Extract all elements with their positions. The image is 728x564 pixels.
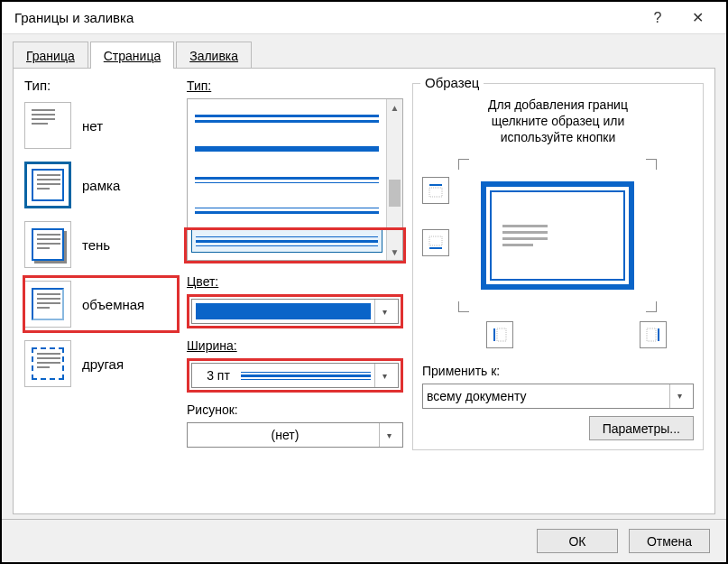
svg-rect-2	[429, 247, 442, 249]
edge-top-button[interactable]	[422, 177, 449, 204]
type-none-icon	[24, 102, 71, 149]
border-left-icon	[492, 327, 508, 343]
tab-strip: Граница Страница Заливка	[2, 34, 726, 69]
type-custom-label: другая	[82, 356, 124, 372]
page-preview-box	[481, 181, 634, 290]
apply-to-value: всему документу	[427, 389, 527, 403]
scroll-down-icon[interactable]: ▼	[387, 244, 402, 260]
preview-hint: Для добавления границ щелкните образец и…	[422, 97, 694, 146]
border-bottom-icon	[428, 235, 444, 251]
line-style-list[interactable]: ▲ ▼	[187, 98, 403, 261]
chevron-down-icon: ▾	[379, 423, 399, 447]
type-custom-icon	[24, 340, 71, 387]
tab-border[interactable]: Граница	[13, 42, 88, 69]
type-box-icon	[24, 162, 71, 208]
type-option-none[interactable]: нет	[24, 98, 178, 153]
type-shadow-label: тень	[82, 237, 110, 253]
type-option-box[interactable]: рамка	[24, 158, 178, 212]
preview-group: Образец Для добавления границ щелкните о…	[412, 83, 704, 450]
border-right-icon	[645, 327, 661, 343]
line-style-item-selected[interactable]	[191, 229, 382, 253]
preview-legend: Образец	[420, 75, 484, 90]
type-option-shadow[interactable]: тень	[24, 217, 178, 272]
chevron-down-icon: ▾	[669, 384, 689, 408]
color-dropdown[interactable]: ▾	[191, 299, 399, 324]
style-label: Тип:	[187, 78, 403, 93]
type-box-label: рамка	[82, 178, 120, 193]
tab-page[interactable]: Страница	[90, 42, 174, 69]
svg-rect-6	[658, 328, 659, 341]
preview-column: Образец Для добавления границ щелкните о…	[412, 78, 704, 504]
type-option-3d[interactable]: объемная	[24, 277, 178, 331]
dialog-body: Тип: нет рамка тень	[13, 68, 715, 514]
line-style-item[interactable]	[191, 106, 382, 130]
art-value: (нет)	[191, 428, 379, 442]
scroll-up-icon[interactable]: ▲	[387, 99, 402, 116]
line-style-item[interactable]	[191, 137, 382, 161]
borders-shading-dialog: Границы и заливка ? ✕ Граница Страница З…	[0, 0, 728, 564]
svg-rect-0	[429, 184, 442, 186]
edge-bottom-button[interactable]	[422, 229, 449, 256]
color-swatch	[196, 303, 371, 319]
chevron-down-icon: ▾	[374, 364, 394, 387]
type-3d-label: объемная	[82, 297, 144, 312]
close-button[interactable]: ✕	[677, 5, 717, 32]
style-column: Тип: ▲ ▼	[187, 78, 403, 504]
line-style-item[interactable]	[191, 199, 382, 222]
apply-to-dropdown[interactable]: всему документу ▾	[422, 384, 694, 409]
edge-left-button[interactable]	[486, 321, 513, 348]
page-preview[interactable]	[458, 159, 657, 312]
art-dropdown[interactable]: (нет) ▾	[187, 422, 403, 448]
svg-rect-3	[429, 236, 442, 245]
svg-rect-5	[497, 328, 506, 341]
ok-button[interactable]: ОК	[537, 529, 618, 553]
svg-rect-1	[429, 188, 442, 197]
style-scrollbar[interactable]: ▲ ▼	[386, 99, 402, 260]
type-option-custom[interactable]: другая	[24, 337, 178, 391]
color-label: Цвет:	[187, 273, 403, 289]
window-title: Границы и заливка	[14, 10, 638, 25]
options-button[interactable]: Параметры...	[589, 416, 694, 440]
width-preview-icon	[241, 372, 371, 380]
chevron-down-icon: ▾	[374, 300, 394, 323]
dialog-footer: ОК Отмена	[2, 519, 726, 562]
titlebar: Границы и заливка ? ✕	[2, 2, 726, 34]
type-none-label: нет	[82, 118, 103, 134]
width-dropdown[interactable]: 3 пт ▾	[191, 363, 399, 388]
svg-rect-7	[647, 328, 656, 341]
svg-rect-4	[493, 328, 495, 341]
type-column: Тип: нет рамка тень	[24, 78, 178, 504]
help-button[interactable]: ?	[638, 5, 677, 32]
width-value: 3 пт	[196, 368, 241, 383]
art-label: Рисунок:	[187, 402, 403, 417]
width-label: Ширина:	[187, 337, 403, 353]
border-top-icon	[428, 182, 444, 199]
edge-right-button[interactable]	[640, 321, 667, 348]
type-shadow-icon	[24, 221, 71, 268]
type-label: Тип:	[24, 78, 178, 93]
tab-shading[interactable]: Заливка	[176, 42, 252, 69]
line-style-item[interactable]	[191, 168, 382, 191]
apply-to-label: Применить к:	[422, 363, 694, 378]
cancel-button[interactable]: Отмена	[629, 529, 710, 553]
scroll-thumb[interactable]	[389, 180, 401, 207]
type-3d-icon	[24, 281, 71, 328]
